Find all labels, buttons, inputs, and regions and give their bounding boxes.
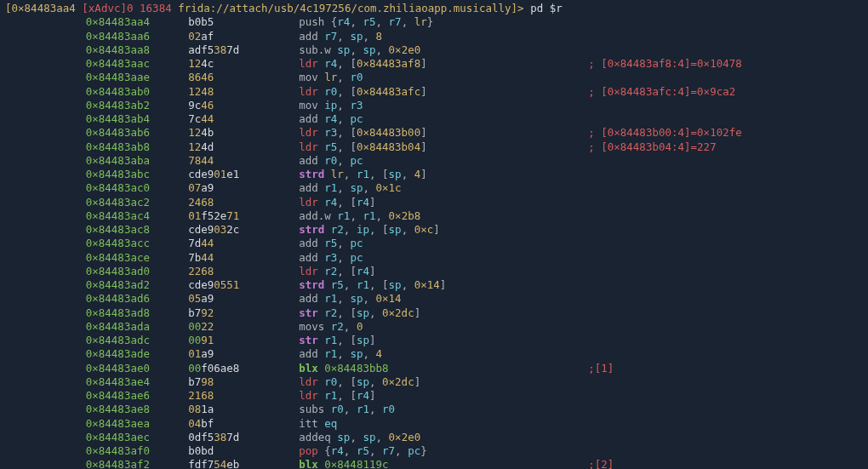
instr-col: add.w r1, r1, 0×2b8: [299, 209, 588, 223]
addr-col: 0×84483af0: [5, 444, 150, 458]
comment-col: ; [0×84483af8:4]=0×10478: [588, 57, 742, 71]
addr-col: 0×84483ad6: [5, 292, 150, 306]
hex-col: 05a9: [188, 292, 299, 306]
asm-row: 0×84483ad6 05a9add r1, sp, 0×14: [5, 292, 863, 306]
hex-col: 7c44: [188, 112, 299, 126]
hex-col: 7b44: [188, 251, 299, 265]
instr-col: strd lr, r1, [sp, 4]: [299, 168, 588, 181]
instr-col: strd r2, ip, [sp, 0×c]: [299, 223, 588, 237]
addr-col: 0×84483aae: [5, 71, 150, 84]
asm-row: 0×84483abc cde901e1strd lr, r1, [sp, 4]: [5, 168, 863, 181]
hex-col: 0df5387d: [188, 431, 299, 444]
asm-row: 0×84483ade 01a9add r1, sp, 4: [5, 347, 863, 361]
hex-col: 081a: [188, 403, 299, 416]
hex-col: cde9032c: [188, 223, 299, 237]
asm-row: 0×84483ab2 9c46mov ip, r3: [5, 99, 863, 112]
hex-col: 7844: [188, 154, 299, 168]
asm-row: 0×84483ab8 124dldr r5, [0×84483b04]; [0×…: [5, 140, 863, 154]
asm-row: 0×84483af2 fdf754ebblx 0×8448119c;[2]: [5, 458, 863, 469]
hex-col: 2468: [188, 196, 299, 209]
addr-col: 0×84483ae8: [5, 403, 150, 416]
asm-row: 0×84483ad2 cde90551strd r5, r1, [sp, 0×1…: [5, 278, 863, 292]
instr-col: add r7, sp, 8: [299, 30, 588, 43]
addr-col: 0×84483ac4: [5, 209, 150, 223]
asm-row: 0×84483ab4 7c44add r4, pc: [5, 112, 863, 126]
addr-col: 0×84483ade: [5, 347, 150, 361]
hex-col: 2168: [188, 389, 299, 403]
asm-row: 0×84483aba 7844add r0, pc: [5, 154, 863, 168]
addr-col: 0×84483ace: [5, 251, 150, 265]
instr-col: add r0, pc: [299, 154, 588, 168]
addr-col: 0×84483ae0: [5, 362, 150, 375]
hex-col: 8646: [188, 71, 299, 84]
asm-row: 0×84483aa6 02afadd r7, sp, 8: [5, 30, 863, 43]
hex-col: adf5387d: [188, 43, 299, 57]
prompt-addr: [0×84483aa4: [5, 2, 76, 14]
hex-col: 02af: [188, 30, 299, 43]
asm-row: 0×84483ad8 b792str r2, [sp, 0×2dc]: [5, 306, 863, 320]
addr-col: 0×84483ac8: [5, 223, 150, 237]
instr-col: ldr r4, [r4]: [299, 196, 588, 209]
asm-row: 0×84483ae0 00f06ae8blx 0×84483bb8;[1]: [5, 362, 863, 375]
addr-col: 0×84483ad2: [5, 278, 150, 292]
hex-col: cde901e1: [188, 168, 299, 181]
hex-col: b792: [188, 306, 299, 320]
prompt-uri: frida://attach/usb/4c197256/com.zhiliaoa…: [178, 2, 511, 14]
instr-col: add r3, pc: [299, 251, 588, 265]
addr-col: 0×84483ad0: [5, 265, 150, 278]
comment-col: ; [0×84483b00:4]=0×102fe: [588, 126, 742, 140]
hex-col: 1248: [188, 85, 299, 99]
instr-col: ldr r4, [0×84483af8]: [299, 57, 588, 71]
instr-col: ldr r2, [r4]: [299, 265, 588, 278]
asm-row: 0×84483ac0 07a9add r1, sp, 0×1c: [5, 181, 863, 195]
addr-col: 0×84483ab0: [5, 85, 150, 99]
addr-col: 0×84483ab6: [5, 126, 150, 140]
instr-col: itt eq: [299, 417, 588, 431]
asm-row: 0×84483ab6 124bldr r3, [0×84483b00]; [0×…: [5, 126, 863, 140]
asm-row: 0×84483adc 0091str r1, [sp]: [5, 334, 863, 347]
asm-row: 0×84483aae 8646mov lr, r0: [5, 71, 863, 84]
prompt-mid: [xAdvc]0 16384: [76, 2, 178, 14]
addr-col: 0×84483ab8: [5, 140, 150, 154]
asm-row: 0×84483ad0 2268ldr r2, [r4]: [5, 265, 863, 278]
instr-col: add r1, sp, 0×1c: [299, 181, 588, 195]
addr-col: 0×84483abc: [5, 168, 150, 181]
hex-col: 124c: [188, 57, 299, 71]
hex-col: cde90551: [188, 278, 299, 292]
instr-col: add r5, pc: [299, 237, 588, 250]
asm-row: 0×84483ace 7b44add r3, pc: [5, 251, 863, 265]
addr-col: 0×84483aa4: [5, 15, 150, 29]
instr-col: ldr r0, [sp, 0×2dc]: [299, 375, 588, 389]
addr-col: 0×84483af2: [5, 458, 150, 469]
addr-col: 0×84483adc: [5, 334, 150, 347]
hex-col: 0091: [188, 334, 299, 347]
asm-row: 0×84483aac 124cldr r4, [0×84483af8]; [0×…: [5, 57, 863, 71]
asm-row: 0×84483aea 04bfitt eq: [5, 417, 863, 431]
prompt-line[interactable]: [0×84483aa4 [xAdvc]0 16384 frida://attac…: [5, 2, 863, 15]
asm-row: 0×84483ada 0022movs r2, 0: [5, 320, 863, 334]
instr-col: addeq sp, sp, 0×2e0: [299, 431, 588, 444]
instr-col: strd r5, r1, [sp, 0×14]: [299, 278, 588, 292]
addr-col: 0×84483aa8: [5, 43, 150, 57]
comment-col: ;[1]: [588, 362, 614, 375]
hex-col: 04bf: [188, 417, 299, 431]
asm-row: 0×84483ab0 1248ldr r0, [0×84483afc]; [0×…: [5, 85, 863, 99]
addr-col: 0×84483ab2: [5, 99, 150, 112]
addr-col: 0×84483ac2: [5, 196, 150, 209]
comment-col: ;[2]: [588, 458, 614, 469]
hex-col: 0022: [188, 320, 299, 334]
instr-col: blx 0×8448119c: [299, 458, 588, 469]
hex-col: 00f06ae8: [188, 362, 299, 375]
addr-col: 0×84483ada: [5, 320, 150, 334]
asm-row: 0×84483aec 0df5387daddeq sp, sp, 0×2e0: [5, 431, 863, 444]
hex-col: 2268: [188, 265, 299, 278]
asm-row: 0×84483ae6 2168ldr r1, [r4]: [5, 389, 863, 403]
addr-col: 0×84483aea: [5, 417, 150, 431]
instr-col: sub.w sp, sp, 0×2e0: [299, 43, 588, 57]
asm-row: 0×84483af0 b0bdpop {r4, r5, r7, pc}: [5, 444, 863, 458]
instr-col: add r1, sp, 0×14: [299, 292, 588, 306]
addr-col: 0×84483aba: [5, 154, 150, 168]
prompt-cmd: pd $r: [530, 2, 562, 14]
addr-col: 0×84483acc: [5, 237, 150, 250]
instr-col: ldr r3, [0×84483b00]: [299, 126, 588, 140]
